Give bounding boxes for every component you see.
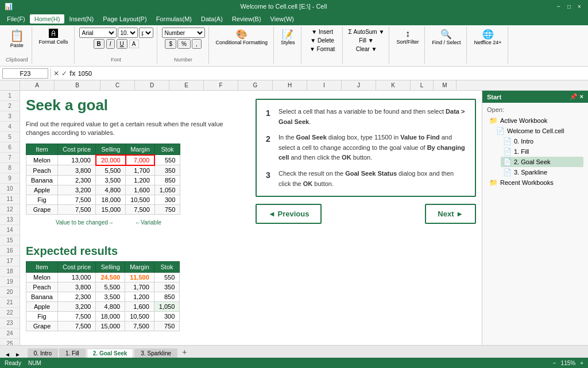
table-cell[interactable]: Grape — [26, 204, 58, 214]
expected-table-cell[interactable]: 7,500 — [57, 311, 96, 321]
menu-item-dataa[interactable]: Data(A) — [196, 14, 227, 24]
expected-table-cell[interactable]: 850 — [154, 292, 180, 301]
expected-table-cell[interactable]: Melon — [26, 272, 58, 282]
table-cell[interactable]: 1,700 — [126, 165, 155, 176]
expected-table-cell[interactable]: 4,800 — [96, 301, 125, 311]
menu-item-insertn[interactable]: Insert(N) — [64, 14, 98, 24]
expected-table-cell[interactable]: 1,700 — [125, 282, 154, 292]
clear-button[interactable]: Clear ▼ — [355, 45, 378, 53]
panel-pin-icon[interactable]: 📌 — [570, 93, 578, 100]
table-cell[interactable]: 7,000 — [126, 155, 155, 165]
format-cells-button[interactable]: 🅰 Format Cells — [37, 28, 71, 46]
sheet-tab-2goalseek[interactable]: 2. Goal Seek — [87, 348, 133, 358]
next-button[interactable]: Next ► — [425, 204, 476, 224]
table-cell[interactable]: 300 — [154, 195, 180, 204]
sort-filter-button[interactable]: ↕ Sort/Filter — [394, 28, 421, 46]
table-cell[interactable]: 1,200 — [126, 175, 155, 185]
tab-scroll-right[interactable]: ► — [13, 351, 23, 358]
menu-item-pagelayoutp[interactable]: Page Layout(P) — [98, 14, 151, 24]
expected-table-cell[interactable]: 11,500 — [125, 272, 154, 282]
table-cell[interactable]: 750 — [154, 204, 180, 214]
previous-button[interactable]: ◄ Previous — [256, 204, 322, 224]
font-size-select[interactable]: 10.0 — [118, 28, 138, 38]
table-cell[interactable]: 2,300 — [57, 175, 96, 185]
menu-item-vieww[interactable]: View(W) — [266, 14, 299, 24]
percent-button[interactable]: % — [177, 39, 191, 49]
table-cell[interactable]: 1,600 — [126, 185, 155, 195]
styles-button[interactable]: 📝 Styles — [278, 28, 297, 47]
currency-button[interactable]: $ — [165, 39, 176, 49]
confirm-formula-icon[interactable]: ✓ — [61, 69, 67, 78]
conditional-formatting-button[interactable]: 🎨 Conditional Formatting — [214, 28, 270, 47]
table-cell[interactable]: Melon — [26, 155, 58, 165]
expected-table-cell[interactable]: 10,500 — [125, 311, 154, 321]
table-cell[interactable]: Fig — [26, 195, 58, 204]
sheet-item-0intro[interactable]: 📄0. Intro — [501, 136, 583, 146]
sheet-item-2goalseek[interactable]: 📄2. Goal Seek — [501, 157, 583, 167]
expected-table-cell[interactable]: 1,600 — [125, 301, 154, 311]
sheet-tab-1fill[interactable]: 1. Fill — [59, 348, 86, 358]
format-dropdown[interactable]: ▼ Format — [308, 45, 336, 53]
menu-item-formulasm[interactable]: Formulas(M) — [152, 14, 196, 24]
expected-table-cell[interactable]: 550 — [154, 272, 180, 282]
table-cell[interactable]: 4,800 — [96, 185, 126, 195]
zoom-out-button[interactable]: − — [553, 360, 556, 366]
active-workbook-item[interactable]: 📁 Active Workbook — [487, 115, 583, 126]
delete-dropdown[interactable]: ▼ Delete — [309, 36, 335, 45]
zoom-in-button[interactable]: + — [580, 360, 583, 366]
table-cell[interactable]: 20,000 — [96, 155, 126, 165]
expected-table-cell[interactable]: Fig — [26, 311, 58, 321]
expected-table-cell[interactable]: 2,300 — [57, 292, 96, 301]
expected-table-cell[interactable]: 7,500 — [57, 321, 96, 331]
number-format-select[interactable]: Number — [162, 28, 205, 38]
recent-workbooks-item[interactable]: 📁 Recent Workbooks — [487, 177, 583, 188]
insert-function-icon[interactable]: fx — [69, 69, 76, 78]
netffice-button[interactable]: 🌐 Netffice 24+ — [471, 28, 504, 47]
table-cell[interactable]: 3,800 — [57, 165, 96, 176]
table-cell[interactable]: 7,500 — [57, 195, 96, 204]
table-cell[interactable]: 7,500 — [57, 204, 96, 214]
expected-table-cell[interactable]: 300 — [154, 311, 180, 321]
font-select[interactable]: Arial — [79, 28, 117, 38]
autosum-button[interactable]: Σ AutoSum ▼ — [347, 28, 386, 36]
sheet-item-3sparkline[interactable]: 📄3. Sparkline — [501, 167, 583, 177]
table-cell[interactable]: 850 — [154, 175, 180, 185]
file-item[interactable]: 📄 Welcome to Cell.cell — [494, 126, 583, 136]
expected-table-cell[interactable]: 1,200 — [125, 292, 154, 301]
font-color-button[interactable]: A — [129, 40, 139, 48]
expected-table-cell[interactable]: 15,000 — [96, 321, 125, 331]
sheet-item-1fill[interactable]: 📄1. Fill — [501, 146, 583, 157]
fill-button[interactable]: Fill ▼ — [358, 36, 374, 45]
table-cell[interactable]: 10,500 — [126, 195, 155, 204]
table-cell[interactable]: 350 — [154, 165, 180, 176]
find-select-button[interactable]: 🔍 Find / Select — [430, 28, 463, 47]
underline-button[interactable]: U — [117, 39, 127, 49]
sheet-tab-0intro[interactable]: 0. Intro — [28, 348, 58, 358]
expected-table-cell[interactable]: Grape — [26, 321, 58, 331]
cell-reference-input[interactable] — [2, 68, 48, 79]
maximize-button[interactable]: □ — [565, 2, 573, 10]
menu-item-reviewb[interactable]: Review(B) — [227, 14, 266, 24]
menu-item-homeh[interactable]: Home(H) — [30, 14, 65, 24]
expected-table-cell[interactable]: 24,500 — [96, 272, 125, 282]
table-cell[interactable]: 18,000 — [96, 195, 126, 204]
tab-scroll-left[interactable]: ◄ — [2, 351, 13, 358]
table-cell[interactable]: 5,500 — [96, 165, 126, 176]
close-button[interactable]: × — [575, 2, 583, 10]
expected-table-cell[interactable]: 350 — [154, 282, 180, 292]
menu-item-filef[interactable]: File(F) — [2, 14, 30, 24]
expected-table-cell[interactable]: 5,500 — [96, 282, 125, 292]
expected-table-cell[interactable]: Apple — [26, 301, 58, 311]
minimize-button[interactable]: − — [555, 2, 563, 10]
sheet-tab-3sparkline[interactable]: 3. Sparkline — [134, 348, 177, 358]
expected-table-cell[interactable]: 18,000 — [96, 311, 125, 321]
table-cell[interactable]: 3,500 — [96, 175, 126, 185]
bold-button[interactable]: B — [94, 39, 105, 49]
expected-table-cell[interactable]: Banana — [26, 292, 58, 301]
font-unit-select[interactable]: pt — [139, 28, 153, 38]
add-sheet-button[interactable]: + — [179, 346, 190, 358]
table-cell[interactable]: Peach — [26, 165, 58, 176]
formula-input[interactable] — [78, 68, 586, 79]
expected-table-cell[interactable]: 750 — [154, 321, 180, 331]
cancel-formula-icon[interactable]: ✕ — [53, 69, 59, 78]
